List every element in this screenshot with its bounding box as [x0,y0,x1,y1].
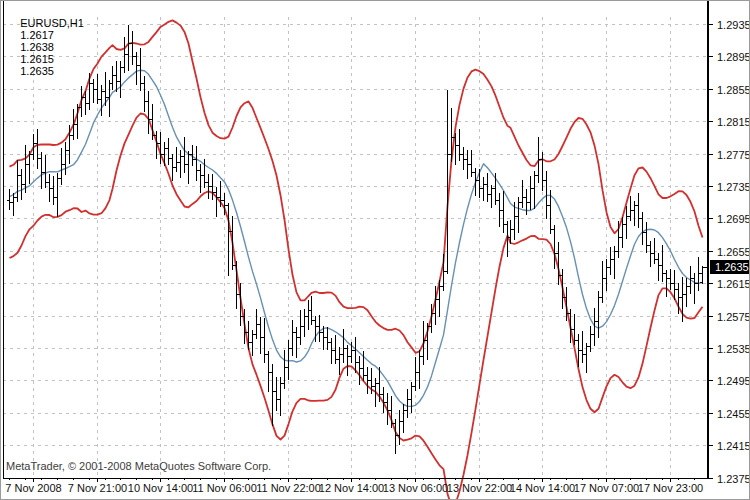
ohlc-close-value: 1.2635 [20,65,54,77]
svg-text:1.2615: 1.2615 [717,278,750,290]
svg-text:1.2855: 1.2855 [717,84,750,96]
svg-text:1.2775: 1.2775 [717,149,750,161]
svg-text:14 Nov 14:00: 14 Nov 14:00 [510,482,575,494]
svg-text:1.2455: 1.2455 [717,408,750,420]
svg-text:1.2535: 1.2535 [717,343,750,355]
svg-text:17 Nov 07:00: 17 Nov 07:00 [574,482,639,494]
svg-text:12 Nov 14:00: 12 Nov 14:00 [319,482,384,494]
svg-text:1.2695: 1.2695 [717,213,750,225]
ohlc-low-value: 1.2615 [20,53,54,65]
ohlc-open-value: 1.2617 [20,29,54,41]
last-price-badge: 1.2635 [703,260,750,274]
svg-text:1.2895: 1.2895 [717,51,750,63]
ohlc-high-value: 1.2638 [20,41,54,53]
svg-text:1.2635: 1.2635 [715,261,749,273]
svg-text:1.2375: 1.2375 [717,473,750,485]
metaquotes-watermark: MetaTrader, © 2001-2008 MetaQuotes Softw… [6,460,271,472]
svg-text:1.2575: 1.2575 [717,311,750,323]
chart-header: EURUSD,H1 1.2617 1.2638 1.2615 1.2635 [8,5,94,89]
price-chart[interactable]: 1.29351.28951.28551.28151.27751.27351.26… [1,1,750,500]
svg-text:1.2495: 1.2495 [717,375,750,387]
svg-text:13 Nov 22:00: 13 Nov 22:00 [447,482,512,494]
svg-text:10 Nov 14:00: 10 Nov 14:00 [128,482,193,494]
mt4-chart-window: 1.29351.28951.28551.28151.27751.27351.26… [0,0,750,500]
svg-text:1.2415: 1.2415 [717,440,750,452]
svg-text:1.2935: 1.2935 [717,19,750,31]
svg-text:7 Nov 21:00: 7 Nov 21:00 [68,482,127,494]
svg-text:1.2655: 1.2655 [717,246,750,258]
symbol-period-label: EURUSD,H1 [20,17,84,29]
svg-text:13 Nov 06:00: 13 Nov 06:00 [383,482,448,494]
svg-text:17 Nov 23:00: 17 Nov 23:00 [638,482,703,494]
svg-text:11 Nov 06:00: 11 Nov 06:00 [192,482,257,494]
svg-text:7 Nov 2008: 7 Nov 2008 [5,482,61,494]
svg-text:1.2815: 1.2815 [717,116,750,128]
svg-text:1.2735: 1.2735 [717,181,750,193]
svg-text:11 Nov 22:00: 11 Nov 22:00 [256,482,321,494]
